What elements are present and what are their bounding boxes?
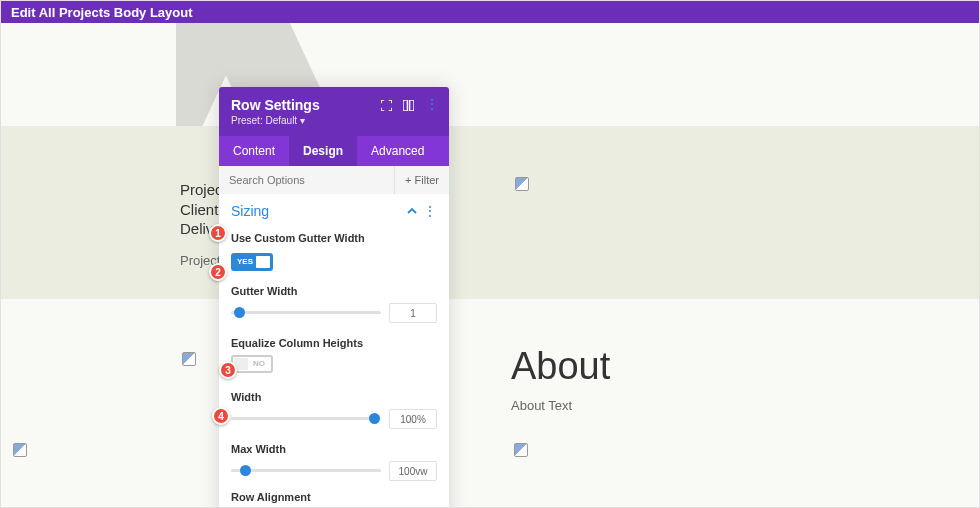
width-value[interactable]: 100% — [389, 409, 437, 429]
modal-preset[interactable]: Preset: Default ▾ — [231, 115, 320, 126]
chevron-up-icon[interactable] — [407, 202, 417, 220]
gutter-width-value[interactable]: 1 — [389, 303, 437, 323]
broken-image-icon — [514, 443, 528, 457]
control-equalize: Equalize Column Heights NO — [219, 333, 449, 387]
bg-band — [1, 126, 979, 299]
control-max-width: Max Width 100vw — [219, 439, 449, 491]
width-label: Width — [231, 391, 437, 403]
modal-header[interactable]: Row Settings Preset: Default ▾ ⋮ — [219, 87, 449, 136]
toggle-knob — [256, 256, 270, 268]
expand-icon[interactable] — [381, 97, 393, 109]
max-width-slider[interactable] — [231, 469, 381, 472]
top-bar: Edit All Projects Body Layout — [1, 1, 979, 23]
max-width-label: Max Width — [231, 443, 437, 455]
equalize-toggle[interactable]: NO — [231, 355, 273, 373]
section-sizing-header[interactable]: Sizing ⋮ — [219, 194, 449, 228]
filter-button[interactable]: + Filter — [394, 166, 449, 194]
custom-gutter-toggle[interactable]: YES — [231, 253, 273, 271]
custom-gutter-label: Use Custom Gutter Width — [231, 232, 437, 244]
row-alignment-label: Row Alignment — [219, 491, 449, 507]
about-subtext: About Text — [511, 398, 610, 413]
svg-rect-1 — [410, 100, 414, 111]
section-menu-icon[interactable]: ⋮ — [423, 204, 437, 218]
row-settings-modal: Row Settings Preset: Default ▾ ⋮ Content… — [219, 87, 449, 508]
modal-tabs: Content Design Advanced — [219, 136, 449, 166]
gutter-width-label: Gutter Width — [231, 285, 437, 297]
max-width-value[interactable]: 100vw — [389, 461, 437, 481]
tab-design[interactable]: Design — [289, 136, 357, 166]
equalize-label: Equalize Column Heights — [231, 337, 437, 349]
slider-thumb[interactable] — [234, 307, 245, 318]
slider-thumb[interactable] — [369, 413, 380, 424]
control-width: Width 100% — [219, 387, 449, 439]
search-input[interactable] — [219, 166, 394, 194]
broken-image-icon — [515, 177, 529, 191]
annotation-badge-4: 4 — [212, 407, 230, 425]
slider-thumb[interactable] — [240, 465, 251, 476]
tab-advanced[interactable]: Advanced — [357, 136, 438, 166]
annotation-badge-2: 2 — [209, 263, 227, 281]
about-title: About — [511, 345, 610, 388]
search-row: + Filter — [219, 166, 449, 194]
gutter-width-slider[interactable] — [231, 311, 381, 314]
tab-content[interactable]: Content — [219, 136, 289, 166]
broken-image-icon — [182, 352, 196, 366]
about-block: About About Text — [511, 345, 610, 413]
annotation-badge-3: 3 — [219, 361, 237, 379]
svg-rect-0 — [403, 100, 407, 111]
control-gutter-width: Gutter Width 1 — [219, 281, 449, 333]
annotation-badge-1: 1 — [209, 224, 227, 242]
top-bar-title: Edit All Projects Body Layout — [11, 5, 193, 20]
control-custom-gutter: Use Custom Gutter Width YES — [219, 228, 449, 281]
modal-title: Row Settings — [231, 97, 320, 113]
columns-icon[interactable] — [403, 97, 415, 109]
section-title: Sizing — [231, 203, 269, 219]
width-slider[interactable] — [231, 417, 381, 420]
menu-dots-icon[interactable]: ⋮ — [425, 97, 437, 109]
broken-image-icon — [13, 443, 27, 457]
